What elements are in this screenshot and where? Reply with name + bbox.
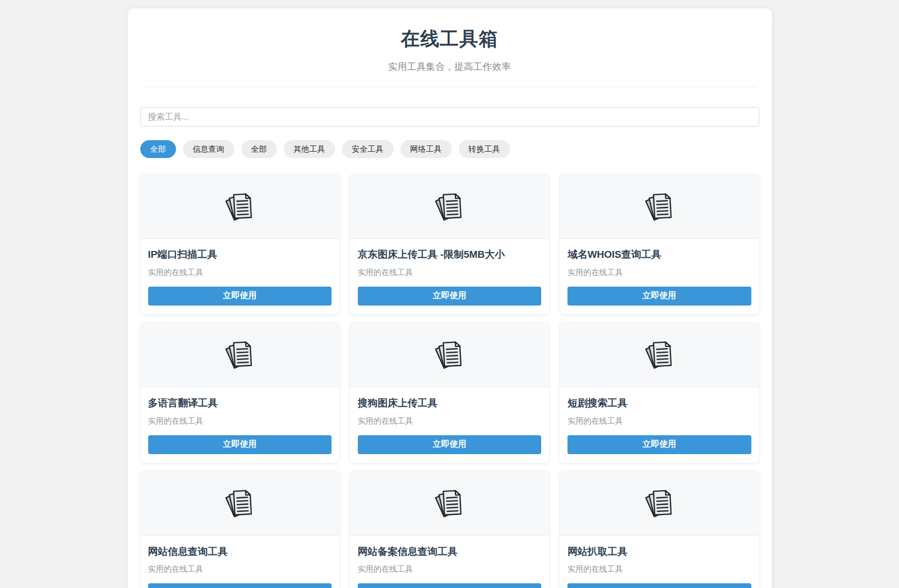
tool-card-jd-image-upload: 京东图床上传工具 -限制5MB大小 实用的在线工具 立即使用 bbox=[350, 174, 549, 314]
page-header: 在线工具箱 实用工具集合，提高工作效率 bbox=[140, 26, 759, 87]
filter-pill-all[interactable]: 全部 bbox=[140, 140, 176, 158]
card-description: 实用的在线工具 bbox=[358, 416, 541, 426]
use-now-button[interactable]: 立即使用 bbox=[148, 583, 332, 588]
card-media bbox=[140, 471, 339, 536]
card-description: 实用的在线工具 bbox=[358, 268, 541, 278]
card-description: 实用的在线工具 bbox=[148, 268, 332, 278]
documents-icon bbox=[222, 189, 257, 224]
card-title: 多语言翻译工具 bbox=[148, 397, 332, 410]
tool-card-whois-lookup: 域名WHOIS查询工具 实用的在线工具 立即使用 bbox=[560, 174, 759, 314]
documents-icon bbox=[222, 486, 257, 520]
main-container: 在线工具箱 实用工具集合，提高工作效率 全部 信息查询 全部 其他工具 安全工具… bbox=[128, 8, 772, 588]
tools-grid: IP端口扫描工具 实用的在线工具 立即使用 京东图床上传工具 -限制5MB大小 … bbox=[140, 174, 759, 588]
filter-pill-info-query[interactable]: 信息查询 bbox=[183, 140, 234, 158]
card-title: 网站备案信息查询工具 bbox=[358, 545, 541, 558]
card-title: 搜狗图床上传工具 bbox=[358, 397, 541, 410]
card-description: 实用的在线工具 bbox=[567, 268, 751, 278]
card-title: IP端口扫描工具 bbox=[148, 248, 332, 261]
card-media bbox=[350, 471, 549, 536]
filter-pill-all-2[interactable]: 全部 bbox=[241, 140, 277, 158]
card-media bbox=[350, 174, 549, 239]
search-bar bbox=[140, 107, 759, 127]
page-title: 在线工具箱 bbox=[140, 26, 759, 52]
tool-card-multilingual-translate: 多语言翻译工具 实用的在线工具 立即使用 bbox=[140, 322, 339, 463]
card-description: 实用的在线工具 bbox=[148, 416, 332, 426]
documents-icon bbox=[642, 189, 677, 224]
use-now-button[interactable]: 立即使用 bbox=[567, 435, 751, 454]
header-divider bbox=[142, 87, 757, 87]
card-title: 网站扒取工具 bbox=[567, 545, 751, 558]
documents-icon bbox=[642, 337, 677, 372]
use-now-button[interactable]: 立即使用 bbox=[358, 287, 541, 306]
card-media bbox=[560, 174, 759, 239]
card-title: 京东图床上传工具 -限制5MB大小 bbox=[358, 248, 541, 261]
use-now-button[interactable]: 立即使用 bbox=[567, 583, 751, 588]
documents-icon bbox=[222, 337, 257, 372]
tool-card-icp-record-lookup: 网站备案信息查询工具 实用的在线工具 立即使用 bbox=[350, 471, 549, 588]
use-now-button[interactable]: 立即使用 bbox=[358, 583, 541, 588]
use-now-button[interactable]: 立即使用 bbox=[148, 287, 332, 306]
use-now-button[interactable]: 立即使用 bbox=[148, 435, 332, 454]
filter-pills: 全部 信息查询 全部 其他工具 安全工具 网络工具 转换工具 bbox=[140, 140, 759, 158]
card-media bbox=[350, 322, 549, 387]
documents-icon bbox=[642, 486, 677, 520]
filter-pill-convert-tools[interactable]: 转换工具 bbox=[459, 140, 510, 158]
documents-icon bbox=[432, 486, 467, 520]
card-media bbox=[140, 174, 339, 239]
card-description: 实用的在线工具 bbox=[567, 416, 751, 426]
tool-card-sogou-image-upload: 搜狗图床上传工具 实用的在线工具 立即使用 bbox=[350, 322, 549, 463]
card-description: 实用的在线工具 bbox=[148, 564, 332, 574]
card-description: 实用的在线工具 bbox=[567, 564, 751, 574]
documents-icon bbox=[432, 189, 467, 224]
documents-icon bbox=[432, 337, 467, 372]
card-title: 短剧搜索工具 bbox=[567, 397, 751, 410]
card-media bbox=[560, 471, 759, 536]
page-subtitle: 实用工具集合，提高工作效率 bbox=[140, 60, 759, 73]
card-media bbox=[140, 322, 339, 387]
search-input[interactable] bbox=[140, 107, 759, 127]
tool-card-short-drama-search: 短剧搜索工具 实用的在线工具 立即使用 bbox=[560, 322, 759, 463]
card-description: 实用的在线工具 bbox=[358, 564, 541, 574]
filter-pill-security-tools[interactable]: 安全工具 bbox=[342, 140, 394, 158]
use-now-button[interactable]: 立即使用 bbox=[358, 435, 541, 454]
card-title: 网站信息查询工具 bbox=[148, 545, 332, 558]
use-now-button[interactable]: 立即使用 bbox=[567, 287, 751, 306]
tool-card-site-scraper: 网站扒取工具 实用的在线工具 立即使用 bbox=[560, 471, 759, 588]
tool-card-ip-port-scan: IP端口扫描工具 实用的在线工具 立即使用 bbox=[140, 174, 339, 314]
card-media bbox=[560, 322, 759, 387]
filter-pill-network-tools[interactable]: 网络工具 bbox=[400, 140, 452, 158]
filter-pill-other-tools[interactable]: 其他工具 bbox=[284, 140, 335, 158]
tool-card-site-info-lookup: 网站信息查询工具 实用的在线工具 立即使用 bbox=[140, 471, 339, 588]
card-title: 域名WHOIS查询工具 bbox=[567, 248, 751, 261]
